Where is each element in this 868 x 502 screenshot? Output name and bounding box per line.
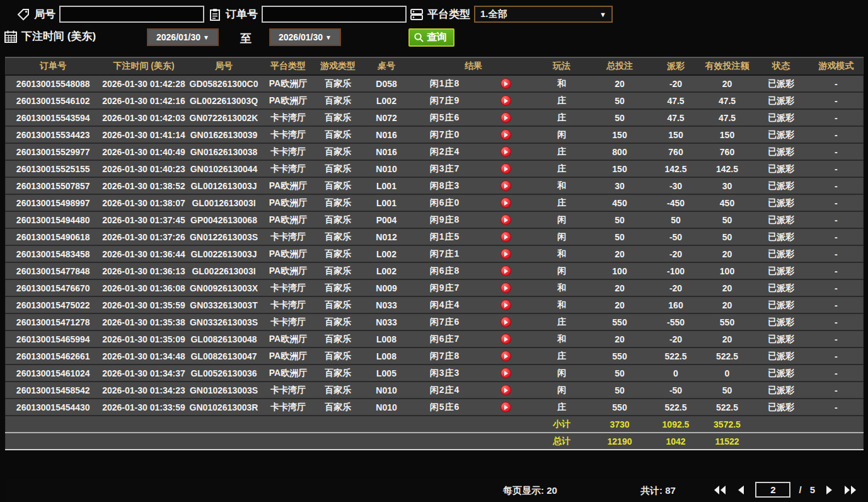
replay-cell: [477, 262, 535, 279]
play-icon[interactable]: [501, 351, 511, 361]
game-type-cell: 百家乐: [316, 92, 361, 109]
play-type-cell: 和: [535, 177, 589, 194]
col-play-type: 玩法: [535, 57, 589, 75]
tag-icon: [16, 8, 30, 21]
play-icon[interactable]: [501, 95, 511, 106]
result-cell: 闲7庄6: [413, 313, 477, 330]
order-no-cell: 260130015507857: [6, 177, 101, 194]
table-no-cell: N010: [361, 382, 413, 399]
play-icon[interactable]: [501, 334, 511, 344]
filter-bar: 局号 订单号 平台类型 1.全部 ▼ 下注时间 (美东): [0, 0, 868, 55]
page-nav: / 5: [714, 482, 857, 498]
play-triangle: [504, 201, 508, 206]
platform-type-selected: 1.全部: [480, 8, 507, 20]
game-no-label: 局号: [34, 7, 55, 21]
first-page-icon[interactable]: [714, 484, 726, 496]
valid-bet-cell: 522.5: [702, 399, 753, 416]
result-cell: 闲9庄7: [413, 279, 477, 296]
game-no-input[interactable]: [59, 6, 204, 23]
replay-cell: [477, 92, 535, 109]
play-icon[interactable]: [501, 112, 511, 123]
play-icon[interactable]: [501, 163, 511, 174]
date-from-picker[interactable]: 2026/01/30 ▼: [147, 28, 219, 46]
play-triangle: [504, 337, 508, 342]
play-icon[interactable]: [501, 385, 511, 395]
play-icon[interactable]: [501, 283, 511, 293]
order-no-label: 订单号: [226, 7, 258, 21]
total-bet-cell: 50: [589, 211, 651, 228]
play-icon[interactable]: [501, 146, 511, 157]
date-to-picker[interactable]: 2026/01/30 ▼: [269, 28, 341, 46]
payout-cell: 160: [651, 296, 702, 313]
table-row: 2601300154544302026-01-30 01:33:59GN0102…: [6, 399, 864, 416]
game-type-cell: 百家乐: [316, 399, 361, 416]
order-no-cell: 260130015543594: [6, 109, 101, 126]
result-cell: 闲6庄7: [413, 330, 477, 347]
page-number-input[interactable]: [755, 482, 790, 498]
platform-cell: PA欧洲厅: [261, 194, 316, 211]
order-no-cell: 260130015462661: [6, 347, 101, 365]
payout-cell: 47.5: [651, 92, 702, 109]
play-icon[interactable]: [501, 317, 511, 327]
result-cell: 闲8庄3: [413, 177, 477, 194]
table-row: 2601300154585422026-01-30 01:34:23GN0102…: [6, 382, 864, 399]
game-mode-cell: -: [809, 194, 864, 211]
prev-page-icon[interactable]: [734, 484, 747, 496]
play-icon[interactable]: [501, 197, 511, 208]
payout-cell: -50: [651, 228, 702, 245]
payout-cell: -30: [651, 177, 702, 194]
game-type-cell: 百家乐: [316, 296, 361, 313]
platform-cell: 卡卡湾厅: [261, 313, 316, 330]
subtotal-total-bet: 3730: [589, 416, 651, 433]
game-no-cell: GN01626130038: [187, 143, 261, 160]
bet-time-cell: 2026-01-30 01:40:49: [101, 143, 187, 160]
play-type-cell: 庄: [535, 399, 589, 416]
search-button[interactable]: 查询: [408, 28, 454, 47]
play-type-cell: 闲: [535, 365, 589, 382]
play-icon[interactable]: [501, 266, 511, 276]
last-page-icon[interactable]: [844, 484, 857, 496]
play-icon[interactable]: [501, 231, 511, 242]
play-icon[interactable]: [501, 368, 511, 378]
play-icon[interactable]: [501, 214, 511, 225]
payout-cell: 522.5: [651, 347, 702, 365]
order-no-input[interactable]: [262, 6, 407, 23]
play-type-cell: 庄: [535, 313, 589, 330]
platform-cell: 卡卡湾厅: [261, 109, 316, 126]
play-icon[interactable]: [501, 180, 511, 191]
platform-cell: PA欧洲厅: [261, 262, 316, 279]
valid-bet-cell: 522.5: [702, 347, 753, 365]
status-cell: 已派彩: [753, 177, 809, 194]
order-no-cell: 260130015458542: [6, 382, 101, 399]
play-icon[interactable]: [501, 78, 511, 89]
platform-type-select[interactable]: 1.全部 ▼: [474, 6, 613, 23]
col-game-mode: 游戏模式: [809, 57, 864, 75]
table-body: 2601300155480882026-01-30 01:42:28GD0582…: [6, 75, 864, 416]
next-page-icon[interactable]: [823, 484, 836, 496]
play-icon[interactable]: [501, 248, 511, 259]
bet-time-cell: 2026-01-30 01:35:38: [101, 313, 187, 330]
play-icon[interactable]: [501, 129, 511, 140]
table-no-cell: L001: [361, 194, 413, 211]
result-cell: 闲2庄4: [413, 143, 477, 160]
play-icon[interactable]: [501, 402, 511, 412]
replay-cell: [477, 382, 535, 399]
game-no-cell: GN0092613003X: [187, 279, 261, 296]
col-game-no: 局号: [187, 57, 261, 75]
bet-time-cell: 2026-01-30 01:36:44: [101, 245, 187, 262]
table-header-row: 订单号 下注时间 (美东) 局号 平台类型 游戏类型 桌号 结果 玩法 总投注 …: [6, 57, 864, 75]
play-icon[interactable]: [501, 300, 511, 310]
order-no-cell: 260130015529977: [6, 143, 101, 160]
replay-cell: [477, 126, 535, 143]
result-cell: 闲3庄3: [413, 365, 477, 382]
table-no-cell: N033: [361, 296, 413, 313]
table-row: 2601300154766702026-01-30 01:36:08GN0092…: [6, 279, 864, 296]
result-cell: 闲9庄8: [413, 211, 477, 228]
chevron-down-icon: ▼: [203, 34, 209, 41]
per-page-text: 每页显示: 20: [503, 485, 557, 497]
play-type-cell: 庄: [535, 347, 589, 365]
game-type-cell: 百家乐: [316, 143, 361, 160]
table-row: 2601300154659942026-01-30 01:35:09GL0082…: [6, 330, 864, 347]
total-bet-cell: 800: [589, 143, 651, 160]
payout-cell: 50: [651, 211, 702, 228]
